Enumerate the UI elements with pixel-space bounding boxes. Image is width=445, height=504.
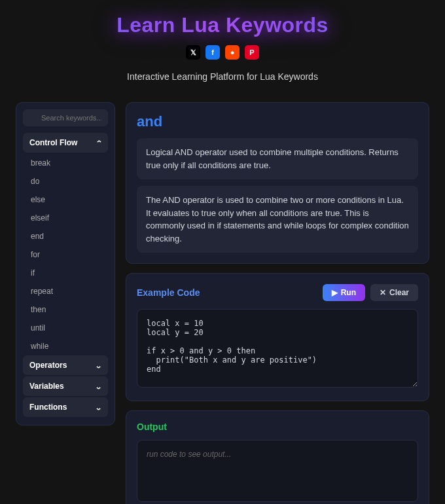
sidebar-item-until[interactable]: until <box>23 319 108 337</box>
sidebar-item-break[interactable]: break <box>23 154 108 172</box>
short-description: Logical AND operator used to combine mul… <box>137 138 418 179</box>
category-label: Variables <box>29 382 64 391</box>
keyword-title: and <box>137 113 418 130</box>
output-panel: Output run code to see output... <box>126 410 429 504</box>
run-label: Run <box>341 288 356 297</box>
chevron-down-icon: ⌃ <box>96 404 102 411</box>
chevron-down-icon: ⌃ <box>96 383 102 390</box>
example-title: Example Code <box>137 287 200 298</box>
example-panel: Example Code ▶ Run ✕ Clear <box>126 273 429 401</box>
social-bar: 𝕏 f ● P <box>0 45 445 60</box>
category-variables[interactable]: Variables ⌃ <box>23 376 108 396</box>
close-icon: ✕ <box>380 288 386 297</box>
category-functions[interactable]: Functions ⌃ <box>23 397 108 417</box>
code-editor[interactable] <box>137 309 418 387</box>
sidebar-item-do[interactable]: do <box>23 172 108 190</box>
sidebar: Control Flow ⌃ break do else elseif end … <box>16 102 115 425</box>
chevron-down-icon: ⌃ <box>96 362 102 369</box>
sidebar-item-repeat[interactable]: repeat <box>23 282 108 300</box>
long-description: The AND operator is used to combine two … <box>137 186 418 253</box>
x-icon[interactable]: 𝕏 <box>186 45 200 60</box>
facebook-icon[interactable]: f <box>205 45 220 60</box>
output-title: Output <box>137 422 418 432</box>
category-label: Functions <box>29 403 67 412</box>
play-icon: ▶ <box>332 288 338 297</box>
page-subtitle: Interactive Learning Platform for Lua Ke… <box>0 71 445 82</box>
chevron-up-icon: ⌃ <box>96 139 102 147</box>
sidebar-item-else[interactable]: else <box>23 190 108 209</box>
keyword-panel: and Logical AND operator used to combine… <box>126 102 429 264</box>
sidebar-item-if[interactable]: if <box>23 264 108 282</box>
pinterest-icon[interactable]: P <box>245 45 259 60</box>
sidebar-item-then[interactable]: then <box>23 300 108 319</box>
sidebar-item-elseif[interactable]: elseif <box>23 209 108 227</box>
category-control-flow[interactable]: Control Flow ⌃ <box>23 133 108 153</box>
page-title: Learn Lua Keywords <box>0 13 445 37</box>
sidebar-item-while[interactable]: while <box>23 337 108 355</box>
clear-label: Clear <box>389 288 409 297</box>
category-operators[interactable]: Operators ⌃ <box>23 355 108 375</box>
output-display: run code to see output... <box>137 440 418 502</box>
sidebar-item-for[interactable]: for <box>23 245 108 264</box>
clear-button[interactable]: ✕ Clear <box>370 284 418 301</box>
reddit-icon[interactable]: ● <box>225 45 240 60</box>
search-input[interactable] <box>23 109 108 126</box>
category-label: Operators <box>29 361 67 370</box>
run-button[interactable]: ▶ Run <box>323 284 365 301</box>
category-label: Control Flow <box>29 138 77 147</box>
sidebar-item-end[interactable]: end <box>23 227 108 245</box>
